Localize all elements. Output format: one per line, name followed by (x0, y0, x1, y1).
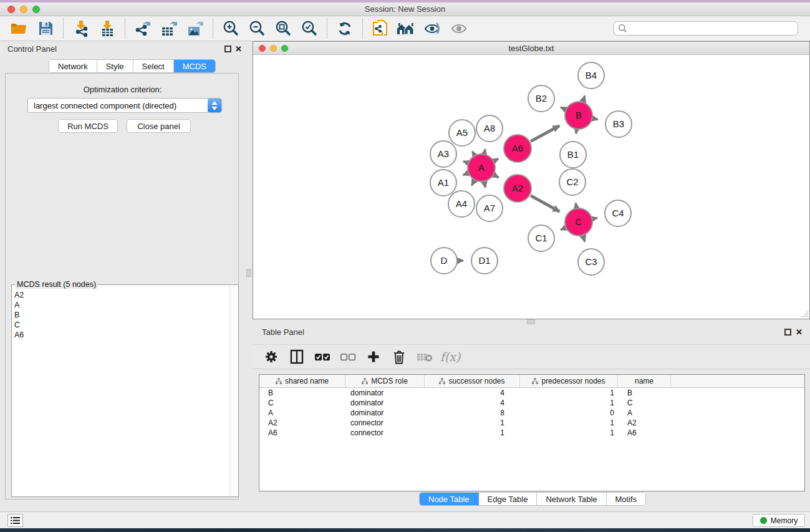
column-header[interactable]: name (618, 375, 671, 387)
graph-edge-A-A7[interactable] (485, 183, 486, 188)
graph-edge-B-B1[interactable] (576, 130, 577, 134)
graph-edge-A-A2[interactable] (494, 175, 499, 178)
graph-edge-B-B3[interactable] (593, 118, 597, 120)
table-row[interactable]: Adominator80A (259, 408, 804, 418)
table-cell[interactable]: 1 (520, 418, 618, 427)
network-canvas[interactable]: AA1A2A3A4A5A6A7A8BB1B2B3B4CC1C2C3C4DD1 (253, 55, 809, 319)
table-cell[interactable]: 4 (425, 399, 520, 407)
table-panel-float-button[interactable] (784, 329, 791, 336)
column-header[interactable]: successor nodes (425, 375, 520, 387)
table-cell[interactable]: dominator (345, 389, 425, 397)
tab-node-table[interactable]: Node Table (420, 493, 479, 505)
table-cell[interactable]: 1 (425, 428, 520, 437)
tab-mcds[interactable]: MCDS (174, 60, 215, 72)
horizontal-split-handle[interactable] (527, 319, 535, 324)
mcds-result-scrollbar[interactable] (229, 286, 238, 496)
table-cell[interactable]: A2 (618, 418, 671, 427)
table-cell[interactable]: dominator (345, 409, 425, 417)
memory-button[interactable]: Memory (753, 514, 805, 527)
column-header[interactable]: MCDS role (345, 375, 425, 387)
export-network-button[interactable] (130, 18, 156, 39)
hide-selected-button[interactable] (420, 18, 446, 39)
graph-edge-A-A4[interactable] (471, 181, 474, 185)
tab-select[interactable]: Select (133, 60, 174, 72)
graph-edge-C-C3[interactable] (583, 236, 585, 242)
table-cell[interactable]: A (618, 409, 671, 417)
graph-edge-B-B4[interactable] (583, 95, 585, 101)
mcds-result-item[interactable]: C (14, 320, 228, 330)
refresh-button[interactable] (332, 18, 358, 39)
table-row[interactable]: A6connector11A6 (259, 428, 804, 438)
table-row[interactable]: Cdominator41C (259, 398, 804, 408)
graph-edge-C-C2[interactable] (576, 203, 576, 208)
table-cell[interactable]: A (259, 409, 345, 417)
graph-edge-A-A1[interactable] (463, 173, 468, 175)
graph-edge-B-B2[interactable] (561, 107, 565, 109)
table-cell[interactable]: B (259, 389, 345, 397)
network-graph[interactable]: AA1A2A3A4A5A6A7A8BB1B2B3B4CC1C2C3C4DD1 (253, 55, 809, 319)
import-network-button[interactable] (68, 18, 94, 39)
column-chooser-button[interactable] (289, 349, 305, 365)
deselect-all-columns-button[interactable] (340, 349, 356, 365)
table-cell[interactable]: A6 (618, 428, 671, 437)
zoom-selected-button[interactable] (296, 18, 322, 39)
graph-edge-A-A6[interactable] (494, 158, 498, 160)
table-cell[interactable]: C (618, 399, 671, 407)
table-cell[interactable]: 0 (520, 409, 618, 417)
open-session-button[interactable] (6, 18, 32, 39)
graph-edge-A-A5[interactable] (472, 152, 474, 155)
table-row[interactable]: Bdominator41B (259, 388, 804, 398)
import-table-button[interactable] (94, 18, 120, 39)
network-window-titlebar[interactable]: testGlobe.txt (253, 42, 809, 55)
tab-motifs[interactable]: Motifs (607, 493, 646, 505)
zoom-in-button[interactable] (218, 18, 244, 39)
graph-edge-A6-B[interactable] (531, 126, 559, 142)
tab-network-table[interactable]: Network Table (537, 493, 606, 505)
task-history-button[interactable] (7, 514, 23, 527)
column-header[interactable]: shared name (259, 375, 345, 387)
resize-grip-icon[interactable] (800, 309, 809, 318)
zoom-fit-button[interactable] (270, 18, 296, 39)
tab-style[interactable]: Style (97, 60, 133, 72)
run-mcds-button[interactable]: Run MCDS (58, 119, 118, 133)
table-cell[interactable]: A2 (259, 418, 345, 427)
delete-column-button[interactable] (391, 349, 407, 365)
table-settings-button[interactable] (263, 349, 279, 365)
column-header[interactable]: predecessor nodes (520, 375, 618, 387)
export-table-button[interactable] (156, 18, 182, 39)
control-panel-close-button[interactable]: ✕ (235, 46, 242, 52)
table-cell[interactable]: connector (345, 428, 425, 437)
tab-edge-table[interactable]: Edge Table (479, 493, 538, 505)
first-neighbors-button[interactable] (393, 18, 420, 39)
table-cell[interactable]: 1 (520, 399, 618, 407)
graph-edge-A-A8[interactable] (485, 149, 485, 153)
select-all-columns-button[interactable] (314, 349, 330, 365)
mcds-result-list[interactable]: A2ABCA6 (14, 290, 228, 494)
export-image-button[interactable] (182, 18, 208, 39)
mcds-result-item[interactable]: B (14, 310, 228, 320)
graph-edge-A2-C[interactable] (531, 196, 559, 212)
mcds-result-item[interactable]: A6 (14, 330, 228, 340)
vertical-split-handle[interactable] (246, 269, 251, 277)
create-column-button[interactable] (365, 349, 382, 365)
table-cell[interactable]: dominator (345, 399, 425, 407)
table-cell[interactable]: 1 (520, 389, 618, 397)
graph-edge-C-C4[interactable] (593, 218, 597, 218)
show-all-button[interactable] (446, 18, 472, 39)
control-panel-float-button[interactable] (224, 46, 231, 52)
search-input[interactable] (614, 21, 798, 36)
main-titlebar[interactable]: Session: New Session (0, 2, 810, 16)
table-cell[interactable]: 1 (425, 418, 520, 427)
new-network-from-selection-button[interactable] (367, 18, 393, 39)
criterion-select[interactable]: largest connected component (directed) (27, 98, 222, 113)
table-cell[interactable]: 8 (425, 409, 520, 417)
table-cell[interactable]: connector (345, 418, 425, 427)
table-row[interactable]: A2connector11A2 (259, 418, 804, 428)
close-panel-button[interactable]: Close panel (127, 119, 191, 133)
mcds-result-item[interactable]: A2 (14, 290, 228, 300)
table-cell[interactable]: B (618, 389, 671, 397)
tab-network[interactable]: Network (49, 60, 97, 72)
table-cell[interactable]: 1 (520, 428, 618, 437)
table-cell[interactable]: C (259, 399, 345, 407)
graph-edge-A-A3[interactable] (463, 162, 467, 163)
